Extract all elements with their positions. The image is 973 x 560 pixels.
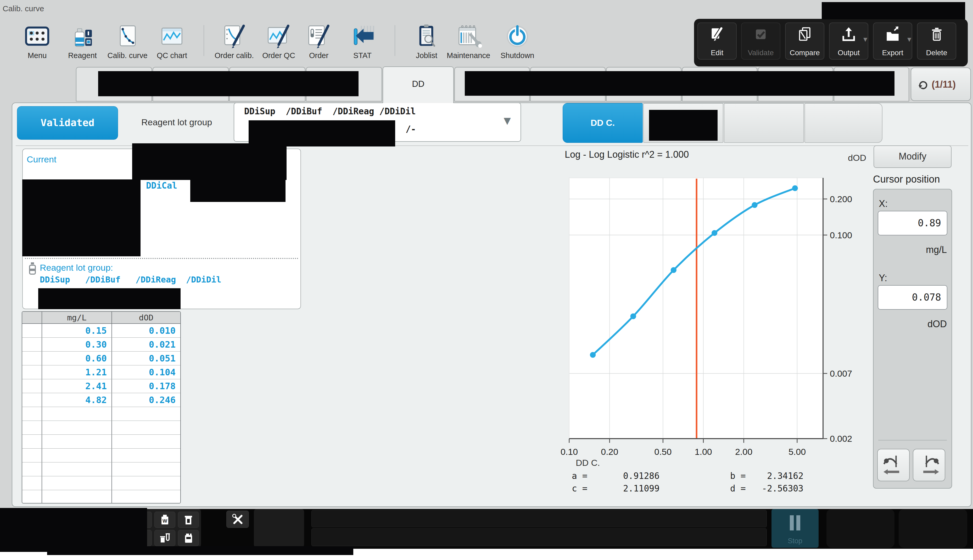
- cassette-button[interactable]: [178, 530, 199, 546]
- toolbar-label: Joblist: [404, 51, 449, 60]
- toolbar-button-order-calib-[interactable]: Order calib.: [212, 22, 257, 65]
- delete-button[interactable]: Delete: [917, 22, 956, 60]
- table-row[interactable]: [22, 435, 180, 448]
- waste-tube-button[interactable]: [154, 530, 175, 546]
- toolbar-label: Order calib.: [212, 51, 257, 60]
- edit-button[interactable]: Edit: [698, 22, 737, 60]
- table-row[interactable]: 0.600.051: [22, 352, 180, 365]
- status-validated-button[interactable]: Validated: [17, 106, 118, 140]
- x-tick-label: 0.20: [601, 447, 618, 457]
- toolbar-button-menu[interactable]: Menu: [15, 22, 59, 65]
- tools-button[interactable]: [226, 510, 249, 528]
- redacted-area: [47, 546, 353, 555]
- redacted-tabs: [98, 71, 359, 96]
- cursor-x-label: X:: [879, 198, 888, 209]
- rack-button[interactable]: [178, 512, 199, 528]
- value-cell: 0.104: [112, 365, 180, 379]
- table-row[interactable]: [22, 448, 180, 462]
- toolbar-button-stat[interactable]: STAT: [340, 22, 385, 65]
- table-row[interactable]: 1.210.104: [22, 365, 180, 379]
- x-tick-label: 5.00: [788, 447, 806, 457]
- stop-button[interactable]: Stop: [771, 509, 819, 548]
- row-index-cell: [22, 448, 42, 462]
- cursor-step-left-button[interactable]: [877, 449, 910, 481]
- param-d-label: d =: [730, 483, 746, 493]
- data-point: [671, 267, 676, 273]
- toolbar-label: Shutdown: [495, 51, 540, 60]
- tab-dd[interactable]: DD: [382, 67, 454, 103]
- param-d-value: -2.56303: [751, 483, 803, 493]
- toolbar-button-joblist[interactable]: Joblist: [404, 22, 449, 65]
- toolbar-button-order-qc[interactable]: Order QC: [257, 22, 301, 65]
- validate-button[interactable]: Validate: [741, 22, 780, 60]
- order-icon: [305, 22, 333, 50]
- row-index-cell: [22, 490, 42, 503]
- table-row[interactable]: [22, 490, 180, 503]
- value-cell: 2.41: [42, 379, 112, 393]
- value-cell: [42, 490, 112, 503]
- x-tick-label: 0.50: [654, 447, 671, 457]
- data-point: [792, 185, 798, 191]
- table-row[interactable]: [22, 462, 180, 476]
- value-cell: 0.15: [42, 324, 112, 337]
- toolbar-button-reagent[interactable]: Reagent: [60, 22, 105, 65]
- param-a-label: a =: [572, 471, 587, 481]
- tab-pager-label: (1/11): [932, 79, 956, 90]
- curve-select-3[interactable]: [724, 103, 804, 143]
- column-header: dOD: [112, 312, 180, 323]
- value-cell: 0.30: [42, 338, 112, 351]
- output-button[interactable]: ▾Output: [829, 22, 868, 60]
- toolbar-button-maintenance[interactable]: Maintenance: [446, 22, 491, 65]
- table-row[interactable]: [22, 476, 180, 490]
- table-row[interactable]: [22, 421, 180, 435]
- y-tick-label: 0.100: [830, 230, 852, 240]
- chart-series-label: DD C.: [576, 458, 600, 468]
- redacted-button[interactable]: [826, 509, 895, 548]
- cursor-x-field[interactable]: 0.89: [878, 211, 947, 235]
- toolbar-label: QC chart: [150, 51, 194, 60]
- toolbar-label: Calib. curve: [105, 51, 150, 60]
- cursor-y-field[interactable]: 0.078: [878, 285, 947, 310]
- cursor-y-label: Y:: [879, 273, 887, 283]
- calibration-table[interactable]: mg/LdOD0.150.0100.300.0210.600.0511.210.…: [22, 311, 181, 503]
- table-row[interactable]: 0.300.021: [22, 338, 180, 352]
- row-index-cell: [22, 462, 42, 476]
- wash-solution-button[interactable]: W: [154, 512, 175, 528]
- table-row[interactable]: [22, 407, 180, 421]
- toolbar-button-shutdown[interactable]: Shutdown: [495, 22, 540, 65]
- table-row[interactable]: 2.410.178: [22, 379, 180, 393]
- delete-icon: [927, 26, 946, 43]
- toolbar-button-qc-chart[interactable]: QC chart: [150, 22, 194, 65]
- table-row[interactable]: 0.150.010: [22, 324, 180, 338]
- cursor-step-right-icon: [917, 453, 941, 477]
- modify-button[interactable]: Modify: [874, 145, 951, 168]
- toolbar-button-order[interactable]: Order: [297, 22, 341, 65]
- calibrator-name: DDiCal: [146, 180, 177, 191]
- tab-pager-button[interactable]: (1/11): [911, 67, 971, 101]
- export-button[interactable]: ▾Export: [873, 22, 912, 60]
- redacted-button[interactable]: [899, 509, 967, 548]
- cursor-step-right-button[interactable]: [913, 449, 945, 481]
- export-icon: [883, 26, 902, 43]
- validate-icon: [751, 26, 771, 43]
- y-tick-label: 0.007: [830, 368, 852, 378]
- reagent-lot-heading: Reagent lot group:: [40, 263, 113, 273]
- curve-select-dd-c[interactable]: DD C.: [562, 103, 643, 143]
- value-cell: 1.21: [42, 365, 112, 379]
- table-row[interactable]: 4.820.246: [22, 393, 180, 407]
- toolbar-label: Order QC: [257, 51, 301, 60]
- qc-chart-icon: [158, 22, 186, 50]
- reagent-lot-line: DDiSup /DDiBuf /DDiReag /DDiDil: [40, 275, 221, 285]
- chevron-down-icon[interactable]: ▼: [501, 113, 513, 128]
- toolbar-button-calib-curve[interactable]: Calib. curve: [105, 22, 150, 65]
- shutdown-icon: [504, 22, 531, 50]
- compare-button[interactable]: Compare: [785, 22, 824, 60]
- calib-curve-screen: Calib. curve MenuReagentCalib. curveQC c…: [0, 0, 973, 560]
- cassette-icon: [180, 532, 197, 544]
- table-header-row: mg/LdOD: [22, 312, 180, 324]
- value-cell: 4.82: [42, 393, 112, 407]
- calibration-curve-chart[interactable]: 0.2000.1000.0070.0020.100.200.501.002.00…: [549, 170, 877, 471]
- curve-select-4[interactable]: [804, 103, 883, 143]
- status-panel: [254, 509, 304, 547]
- redacted-area: [190, 180, 285, 202]
